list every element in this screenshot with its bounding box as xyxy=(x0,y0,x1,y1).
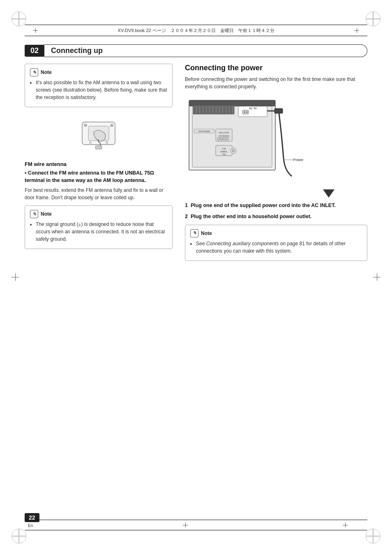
header-strip: XV-DV9.book 22 ページ ２００４年２月２０日 金曜日 午前１１時４… xyxy=(25,25,367,36)
note-header-3: ✎ Note xyxy=(190,229,362,237)
note3-prefix: See xyxy=(196,241,206,246)
svg-text:UNBAL: UNBAL xyxy=(220,150,228,153)
svg-text:AC IN: AC IN xyxy=(249,107,257,110)
svg-text:ANTENNA: ANTENNA xyxy=(198,130,210,133)
reg-mark-tr xyxy=(366,12,380,26)
right-column: Connecting the power Before connecting t… xyxy=(185,64,367,514)
note-bullet-3: See Connecting auxiliary components on p… xyxy=(196,240,362,255)
note-label-2: Note xyxy=(41,211,52,217)
fm-wire-para: For best results, extend the FM antenna … xyxy=(25,187,173,201)
svg-point-34 xyxy=(232,150,235,152)
svg-point-27 xyxy=(223,138,226,140)
note-body-2: The signal ground (⏚) is designed to red… xyxy=(30,221,167,243)
reg-mark-ml xyxy=(12,273,19,282)
svg-text:ANTENNA: ANTENNA xyxy=(219,135,230,137)
antenna-svg xyxy=(70,114,127,153)
note-body-1: It's also possible to fix the AM antenna… xyxy=(30,79,167,101)
arrow-down xyxy=(185,189,334,198)
note-label-1: Note xyxy=(41,69,52,75)
note-bullet-1: It's also possible to fix the AM antenna… xyxy=(36,79,167,101)
note3-italic: Connecting auxiliary components xyxy=(206,241,279,246)
main-content: ✎ Note It's also possible to fix the AM … xyxy=(25,64,367,514)
device-svg: AC IN ANTENNA AM LOOP ANTENNA xyxy=(185,96,304,187)
note-header-2: ✎ Note xyxy=(30,210,167,218)
step1-text: Plug one end of the supplied power cord … xyxy=(191,203,336,208)
fm-wire-section: FM wire antenna • Connect the FM wire an… xyxy=(25,161,173,201)
reg-mark-tl xyxy=(12,12,26,26)
svg-point-26 xyxy=(220,138,223,140)
svg-rect-36 xyxy=(193,105,234,114)
bottom-cross-right xyxy=(343,523,348,527)
svg-text:AM LOOP: AM LOOP xyxy=(219,131,229,134)
note-body-3: See Connecting auxiliary components on p… xyxy=(190,240,362,255)
step-2: 2 Plug the other end into a household po… xyxy=(185,213,367,221)
device-illustration: AC IN ANTENNA AM LOOP ANTENNA xyxy=(185,96,367,188)
fm-wire-bold-text: Connect the FM wire antenna to the FM UN… xyxy=(25,170,154,183)
note-box-2: ✎ Note The signal ground (⏚) is designed… xyxy=(25,205,173,249)
strip-cross-tr xyxy=(354,28,359,34)
note-header-1: ✎ Note xyxy=(30,68,167,76)
svg-rect-8 xyxy=(95,146,102,149)
bottom-cross-center xyxy=(183,523,188,527)
arrow-shape xyxy=(323,189,334,198)
fm-wire-bold: • Connect the FM wire antenna to the FM … xyxy=(25,170,173,184)
fm-wire-title: FM wire antenna xyxy=(25,161,173,167)
svg-point-25 xyxy=(217,138,220,140)
note-bullet-2: The signal ground (⏚) is designed to red… xyxy=(36,221,167,243)
svg-text:Power outlet: Power outlet xyxy=(293,158,304,162)
step1-num: 1 xyxy=(185,203,188,208)
note-box-1: ✎ Note It's also possible to fix the AM … xyxy=(25,64,173,107)
svg-point-17 xyxy=(246,111,248,113)
note-icon-2: ✎ xyxy=(30,210,38,218)
note-icon-3: ✎ xyxy=(190,229,198,237)
antenna-illustration xyxy=(25,114,173,153)
chapter-title: Connecting up xyxy=(44,44,367,57)
svg-text:75Ω: 75Ω xyxy=(222,153,226,156)
right-heading: Connecting the power xyxy=(185,64,367,72)
right-intro: Before connecting the power and switchin… xyxy=(185,76,367,90)
chapter-number: 02 xyxy=(25,45,44,57)
note-label-3: Note xyxy=(201,230,212,236)
step2-num: 2 xyxy=(185,214,188,219)
header-text: XV-DV9.book 22 ページ ２００４年２月２０日 金曜日 午前１１時４… xyxy=(118,28,274,34)
reg-mark-br xyxy=(366,529,380,543)
note-box-3: ✎ Note See Connecting auxiliary componen… xyxy=(185,225,367,261)
reg-mark-mr xyxy=(373,273,380,282)
step2-text: Plug the other end into a household powe… xyxy=(191,214,311,219)
chapter-header: 02 Connecting up xyxy=(25,44,367,57)
reg-mark-bl xyxy=(12,529,26,543)
strip-cross-tl xyxy=(33,28,38,34)
left-column: ✎ Note It's also possible to fix the AM … xyxy=(25,64,173,514)
svg-point-16 xyxy=(244,111,245,113)
bottom-strip xyxy=(25,520,367,530)
svg-rect-18 xyxy=(274,108,283,113)
svg-text:FM: FM xyxy=(222,147,226,150)
note-icon-1: ✎ xyxy=(30,68,38,76)
svg-point-28 xyxy=(226,138,229,140)
step-1: 1 Plug one end of the supplied power cor… xyxy=(185,202,367,210)
